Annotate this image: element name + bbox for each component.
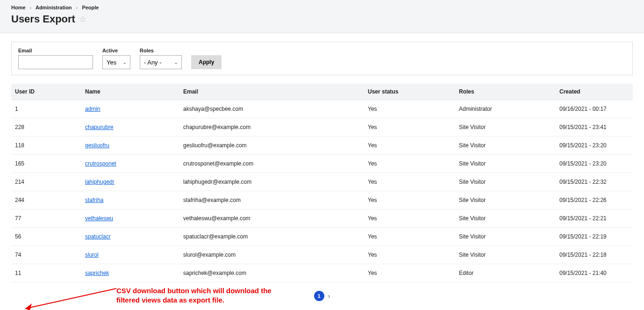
chevron-right-icon: › xyxy=(76,5,78,10)
cell-created: 09/15/2021 - 23:20 xyxy=(556,155,633,173)
cell-email: slurol@example.com xyxy=(179,246,364,264)
cell-created: 09/16/2021 - 00:17 xyxy=(556,100,633,118)
col-header-roles: Roles xyxy=(455,84,556,100)
table-row: 165crutrosponetcrutrosponet@example.comY… xyxy=(11,155,633,173)
cell-email: spatuclacr@example.com xyxy=(179,228,364,246)
cell-user-id: 74 xyxy=(11,246,81,264)
cell-email: saprichek@example.com xyxy=(179,264,364,282)
cell-status: Yes xyxy=(364,100,455,118)
cell-created: 09/15/2021 - 22:26 xyxy=(556,191,633,209)
cell-created: 09/15/2021 - 23:20 xyxy=(556,137,633,155)
cell-email: lahiphugedr@example.com xyxy=(179,173,364,191)
user-name-link[interactable]: slurol xyxy=(85,252,99,258)
breadcrumb-administration[interactable]: Administration xyxy=(36,5,72,10)
cell-status: Yes xyxy=(364,155,455,173)
cell-email: chapurubre@example.com xyxy=(179,118,364,137)
col-header-user-id: User ID xyxy=(11,84,81,100)
cell-created: 09/15/2021 - 22:18 xyxy=(556,246,633,264)
cell-status: Yes xyxy=(364,246,455,264)
cell-created: 09/15/2021 - 22:19 xyxy=(556,228,633,246)
col-header-created: Created xyxy=(556,84,633,100)
cell-user-id: 244 xyxy=(11,191,81,209)
table-row: 244stafrihastafriha@example.comYesSite V… xyxy=(11,191,633,209)
user-name-link[interactable]: admin xyxy=(85,106,100,112)
active-filter-select[interactable]: Yes xyxy=(102,55,130,69)
cell-email: crutrosponet@example.com xyxy=(179,155,364,173)
cell-roles: Site Visitor xyxy=(455,246,556,264)
user-name-link[interactable]: lahiphugedr xyxy=(85,179,114,185)
table-row: 77vethaleswuvethaleswu@example.comYesSit… xyxy=(11,209,633,228)
user-name-link[interactable]: saprichek xyxy=(85,270,109,276)
user-name-link[interactable]: gesliuofru xyxy=(85,142,109,149)
email-filter-input[interactable] xyxy=(18,55,93,69)
cell-user-id: 165 xyxy=(11,155,81,173)
cell-status: Yes xyxy=(364,118,455,137)
user-name-link[interactable]: chapurubre xyxy=(85,124,114,130)
breadcrumb-home[interactable]: Home xyxy=(11,5,26,10)
active-filter-label: Active xyxy=(102,48,130,53)
cell-created: 09/15/2021 - 22:32 xyxy=(556,173,633,191)
breadcrumb-people[interactable]: People xyxy=(82,5,99,10)
cell-status: Yes xyxy=(364,173,455,191)
table-row: 228chapurubrechapurubre@example.comYesSi… xyxy=(11,118,633,137)
col-header-email: Email xyxy=(179,84,364,100)
cell-created: 09/15/2021 - 23:41 xyxy=(556,118,633,137)
cell-status: Yes xyxy=(364,228,455,246)
pagination: 1 › xyxy=(11,291,633,301)
cell-user-id: 11 xyxy=(11,264,81,282)
cell-roles: Site Visitor xyxy=(455,228,556,246)
table-row: 1adminakshaya@specbee.comYesAdministrato… xyxy=(11,100,633,118)
user-name-link[interactable]: crutrosponet xyxy=(85,160,116,167)
breadcrumb: Home › Administration › People xyxy=(11,5,633,10)
table-row: 118gesliuofrugesliuofru@example.comYesSi… xyxy=(11,137,633,155)
cell-user-id: 214 xyxy=(11,173,81,191)
cell-created: 09/15/2021 - 21:40 xyxy=(556,264,633,282)
cell-user-id: 228 xyxy=(11,118,81,137)
cell-user-id: 77 xyxy=(11,209,81,228)
cell-user-id: 1 xyxy=(11,100,81,118)
col-header-name: Name xyxy=(81,84,179,100)
next-page-button[interactable]: › xyxy=(328,292,330,300)
cell-roles: Site Visitor xyxy=(455,155,556,173)
page-1-button[interactable]: 1 xyxy=(314,291,324,301)
cell-status: Yes xyxy=(364,264,455,282)
star-icon[interactable]: ☆ xyxy=(79,14,86,24)
cell-roles: Administrator xyxy=(455,100,556,118)
svg-marker-1 xyxy=(25,303,32,310)
table-row: 214lahiphugedrlahiphugedr@example.comYes… xyxy=(11,173,633,191)
cell-created: 09/15/2021 - 22:21 xyxy=(556,209,633,228)
table-row: 56spatuclacrspatuclacr@example.comYesSit… xyxy=(11,228,633,246)
col-header-status: User status xyxy=(364,84,455,100)
cell-roles: Site Visitor xyxy=(455,209,556,228)
user-name-link[interactable]: vethaleswu xyxy=(85,215,113,222)
filter-form: Email Active Yes ⌄ Roles - Any - ⌄ Apply xyxy=(11,42,633,75)
roles-filter-label: Roles xyxy=(140,48,182,53)
chevron-right-icon: › xyxy=(30,5,32,10)
cell-status: Yes xyxy=(364,191,455,209)
cell-status: Yes xyxy=(364,209,455,228)
roles-filter-select[interactable]: - Any - xyxy=(140,55,182,69)
cell-roles: Site Visitor xyxy=(455,118,556,137)
email-filter-label: Email xyxy=(18,48,93,53)
cell-roles: Site Visitor xyxy=(455,137,556,155)
cell-email: vethaleswu@example.com xyxy=(179,209,364,228)
user-name-link[interactable]: spatuclacr xyxy=(85,233,111,240)
table-row: 74slurolslurol@example.comYesSite Visito… xyxy=(11,246,633,264)
cell-email: gesliuofru@example.com xyxy=(179,137,364,155)
cell-user-id: 118 xyxy=(11,137,81,155)
cell-email: stafriha@example.com xyxy=(179,191,364,209)
table-row: 11sapricheksaprichek@example.comYesEdito… xyxy=(11,264,633,282)
cell-roles: Site Visitor xyxy=(455,173,556,191)
users-table: User ID Name Email User status Roles Cre… xyxy=(11,84,633,282)
cell-roles: Site Visitor xyxy=(455,191,556,209)
apply-button[interactable]: Apply xyxy=(191,55,222,69)
cell-roles: Editor xyxy=(455,264,556,282)
page-title: Users Export xyxy=(11,13,75,25)
user-name-link[interactable]: stafriha xyxy=(85,197,103,203)
cell-email: akshaya@specbee.com xyxy=(179,100,364,118)
cell-user-id: 56 xyxy=(11,228,81,246)
cell-status: Yes xyxy=(364,137,455,155)
